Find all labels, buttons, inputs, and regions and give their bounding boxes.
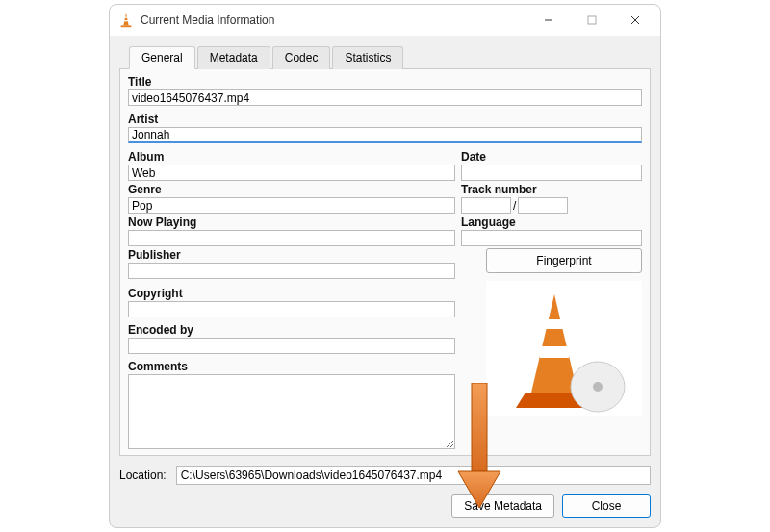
svg-rect-2 — [124, 20, 128, 21]
title-label: Title — [128, 75, 642, 89]
track-number-label: Track number — [461, 183, 642, 197]
date-input[interactable] — [461, 165, 642, 181]
close-button[interactable]: Close — [562, 494, 651, 518]
artist-input[interactable] — [128, 127, 642, 143]
album-art-placeholder — [486, 281, 642, 416]
save-metadata-button[interactable]: Save Metadata — [451, 494, 554, 518]
svg-rect-3 — [121, 25, 132, 27]
copyright-label: Copyright — [128, 287, 455, 301]
location-input[interactable] — [176, 466, 651, 485]
location-row: Location: — [110, 462, 660, 489]
tab-general[interactable]: General — [129, 46, 195, 69]
album-label: Album — [128, 150, 455, 165]
encoded-by-input[interactable] — [128, 338, 455, 354]
svg-marker-0 — [123, 13, 128, 26]
maximize-button[interactable] — [570, 6, 613, 35]
right-column: Fingerprint — [486, 248, 642, 416]
language-label: Language — [461, 215, 642, 230]
media-info-window: Current Media Information General Metada… — [109, 4, 661, 528]
date-label: Date — [461, 150, 642, 165]
track-number-input[interactable] — [461, 197, 511, 214]
track-total-input[interactable] — [518, 197, 568, 214]
tab-metadata[interactable]: Metadata — [197, 46, 270, 69]
encoded-by-label: Encoded by — [128, 323, 455, 338]
genre-label: Genre — [128, 183, 455, 197]
svg-rect-10 — [540, 346, 569, 358]
window-title: Current Media Information — [141, 13, 526, 27]
titlebar: Current Media Information — [110, 5, 660, 36]
close-window-button[interactable] — [613, 6, 656, 35]
comments-input[interactable] — [128, 374, 455, 449]
fingerprint-button[interactable]: Fingerprint — [486, 248, 642, 273]
track-separator: / — [513, 199, 516, 213]
now-playing-label: Now Playing — [128, 215, 455, 230]
tab-statistics[interactable]: Statistics — [332, 46, 403, 69]
svg-marker-8 — [531, 294, 578, 393]
svg-point-13 — [593, 382, 603, 392]
album-input[interactable] — [128, 165, 455, 181]
vlc-cone-icon — [117, 12, 135, 29]
tab-strip: General Metadata Codec Statistics — [119, 39, 651, 69]
svg-rect-1 — [125, 16, 128, 17]
genre-input[interactable] — [128, 197, 455, 214]
svg-rect-9 — [545, 319, 564, 329]
footer-buttons: Save Metadata Close — [110, 489, 660, 527]
comments-label: Comments — [128, 360, 455, 374]
publisher-label: Publisher — [128, 248, 455, 263]
tab-codec[interactable]: Codec — [272, 46, 331, 69]
language-input[interactable] — [461, 230, 642, 246]
location-label: Location: — [119, 469, 170, 482]
now-playing-input[interactable] — [128, 230, 455, 246]
general-panel: Title Artist Album Date Genre Track numb… — [119, 69, 651, 456]
publisher-input[interactable] — [128, 263, 455, 279]
minimize-button[interactable] — [526, 6, 570, 35]
title-input[interactable] — [128, 89, 642, 106]
artist-label: Artist — [128, 113, 642, 127]
copyright-input[interactable] — [128, 301, 455, 317]
svg-rect-5 — [588, 16, 596, 24]
